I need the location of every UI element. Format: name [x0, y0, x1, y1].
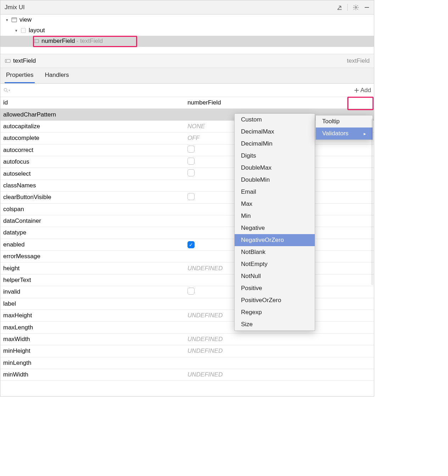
menu-item-validator[interactable]: Digits	[235, 150, 315, 162]
property-value[interactable]: UNDEFINED	[187, 336, 374, 343]
menu-item-validator[interactable]: Regexp	[235, 306, 315, 318]
property-row[interactable]: helperText	[0, 274, 374, 286]
search-icon[interactable]: ▾	[3, 87, 10, 93]
checkbox[interactable]: ✓	[187, 241, 195, 248]
checkbox[interactable]	[187, 193, 195, 200]
menu-item-validator[interactable]: NegativeOrZero	[235, 234, 315, 246]
tree-row-view[interactable]: ▾ view	[0, 15, 374, 25]
property-name: clearButtonVisible	[3, 194, 187, 201]
property-name: autocorrect	[3, 147, 187, 154]
checkbox[interactable]	[187, 146, 195, 153]
property-row[interactable]: invalid	[0, 286, 374, 298]
menu-item-validator[interactable]: Email	[235, 186, 315, 198]
component-name: textField	[13, 57, 36, 64]
property-row[interactable]: autofocus	[0, 156, 374, 168]
menu-item-validator[interactable]: Negative	[235, 222, 315, 234]
spacer	[0, 47, 374, 54]
add-button[interactable]: Add	[351, 84, 374, 97]
checkbox[interactable]	[187, 158, 195, 165]
tree-row-numberfield[interactable]: numberField - textField	[0, 36, 374, 46]
component-header: textField textField	[0, 54, 374, 68]
property-name: id	[3, 99, 187, 106]
popup-validators: CustomDecimalMaxDecimalMinDigitsDoubleMa…	[234, 113, 315, 331]
search-input[interactable]	[10, 85, 351, 96]
scrollbar[interactable]	[371, 119, 374, 285]
property-row[interactable]: dataContainer	[0, 215, 374, 227]
window-title: Jmix UI	[5, 4, 337, 11]
property-row[interactable]: idnumberField	[0, 97, 374, 109]
property-name: dataContainer	[3, 217, 187, 225]
property-name: autoselect	[3, 170, 187, 177]
property-name: height	[3, 265, 187, 272]
property-row[interactable]: maxLength	[0, 322, 374, 333]
textfield-icon	[33, 38, 39, 44]
property-row[interactable]: label	[0, 298, 374, 310]
property-name: minHeight	[3, 347, 187, 355]
menu-item-validator[interactable]: DoubleMax	[235, 162, 315, 174]
property-name: autofocus	[3, 158, 187, 165]
tab-properties[interactable]: Properties	[5, 68, 35, 83]
menu-item-validator[interactable]: Max	[235, 198, 315, 210]
tree-row-layout[interactable]: ▾ layout	[0, 25, 374, 36]
property-name: errorMessage	[3, 253, 187, 260]
property-row[interactable]: autocorrect	[0, 144, 374, 156]
chevron-down-icon[interactable]: ▾	[14, 28, 19, 33]
property-row[interactable]: maxWidthUNDEFINED	[0, 334, 374, 345]
property-row[interactable]: datatype	[0, 227, 374, 239]
tree-node-name: numberField	[41, 38, 75, 45]
menu-item-validator[interactable]: PositiveOrZero	[235, 294, 315, 306]
property-row[interactable]: clearButtonVisible	[0, 192, 374, 203]
property-row[interactable]: classNames	[0, 180, 374, 192]
property-row[interactable]: heightUNDEFINED	[0, 262, 374, 274]
menu-item-validator[interactable]: DoubleMin	[235, 174, 315, 186]
dock-icon[interactable]	[337, 5, 342, 10]
property-row[interactable]: colspan	[0, 204, 374, 215]
property-value[interactable]: UNDEFINED	[187, 371, 374, 378]
gear-icon[interactable]	[353, 4, 359, 11]
property-value[interactable]: numberField	[187, 99, 374, 106]
layout-icon	[20, 27, 27, 34]
menu-item-validator[interactable]: NotEmpty	[235, 258, 315, 270]
menu-item-validator[interactable]: Size	[235, 318, 315, 330]
menu-item-validator[interactable]: Custom	[235, 114, 315, 126]
menu-item-label: Validators	[322, 130, 348, 137]
menu-item-validator[interactable]: Positive	[235, 282, 315, 294]
svg-line-10	[7, 91, 8, 92]
menu-item-validator[interactable]: NotBlank	[235, 246, 315, 258]
property-name: autocapitalize	[3, 123, 187, 130]
component-type: textField	[347, 57, 370, 64]
titlebar: Jmix UI	[0, 0, 374, 15]
checkbox[interactable]	[187, 169, 195, 176]
property-row[interactable]: autoselect	[0, 168, 374, 180]
titlebar-icons	[337, 4, 370, 11]
property-row[interactable]: minLength	[0, 357, 374, 369]
minimize-icon[interactable]	[364, 5, 370, 10]
chevron-down-icon[interactable]: ▾	[5, 18, 10, 22]
property-row[interactable]: minHeightUNDEFINED	[0, 345, 374, 357]
property-name: helperText	[3, 277, 187, 284]
property-name: invalid	[3, 288, 187, 295]
property-name: maxHeight	[3, 312, 187, 319]
property-name: minWidth	[3, 371, 187, 378]
window-icon	[11, 17, 17, 23]
property-row[interactable]: errorMessage	[0, 251, 374, 262]
property-name: colspan	[3, 206, 187, 213]
menu-item-validators[interactable]: Validators ▸	[316, 128, 373, 140]
svg-rect-2	[12, 18, 17, 22]
property-name: maxWidth	[3, 336, 187, 343]
menu-item-validator[interactable]: Min	[235, 210, 315, 222]
property-row[interactable]: enabled✓	[0, 239, 374, 251]
property-row[interactable]: minWidthUNDEFINED	[0, 369, 374, 381]
menu-item-validator[interactable]: NotNull	[235, 270, 315, 282]
menu-item-validator[interactable]: DecimalMin	[235, 138, 315, 150]
svg-rect-4	[21, 28, 26, 33]
property-value[interactable]: UNDEFINED	[187, 347, 374, 355]
separator	[347, 4, 348, 11]
menu-item-label: Tooltip	[322, 118, 340, 125]
tab-handlers[interactable]: Handlers	[43, 68, 70, 83]
component-tree: ▾ view ▾ layout numberField - textField	[0, 15, 374, 47]
property-row[interactable]: maxHeightUNDEFINED	[0, 310, 374, 322]
checkbox[interactable]	[187, 288, 195, 295]
menu-item-tooltip[interactable]: Tooltip	[316, 115, 373, 128]
menu-item-validator[interactable]: DecimalMax	[235, 126, 315, 138]
